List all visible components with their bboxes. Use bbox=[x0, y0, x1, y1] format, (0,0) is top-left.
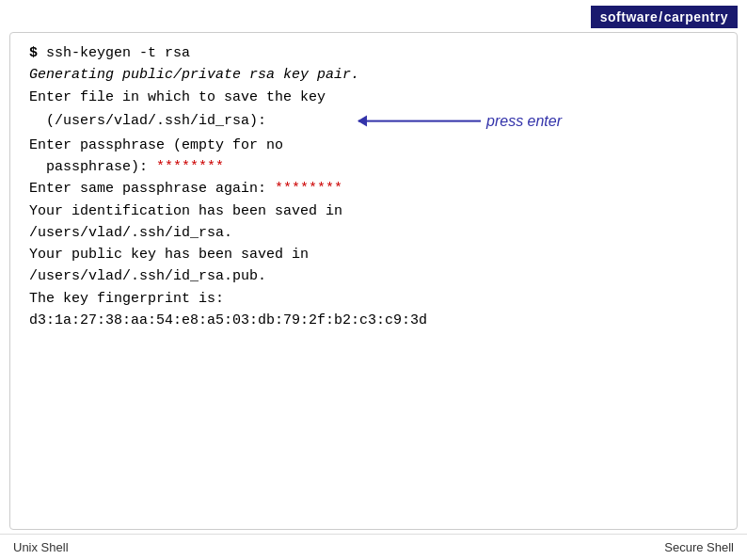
pub-path: /users/vlad/.ssh/id_rsa.pub. bbox=[29, 268, 266, 284]
terminal-line-9: /users/vlad/.ssh/id_rsa. bbox=[29, 222, 718, 244]
terminal-line-12: The key fingerprint is: bbox=[29, 288, 718, 310]
public-key-text: Your public key has been saved in bbox=[29, 247, 309, 263]
page-wrapper: software/carpentry $ ssh-keygen -t rsa G… bbox=[0, 0, 747, 560]
arrow-head bbox=[358, 116, 367, 127]
prompt-command: ssh-keygen -t rsa bbox=[38, 45, 190, 61]
id-rsa-path: /users/vlad/.ssh/id_rsa. bbox=[29, 225, 232, 241]
enter-file-text: Enter file in which to save the key bbox=[29, 89, 326, 105]
terminal-line-3: Enter file in which to save the key bbox=[29, 87, 718, 108]
fingerprint-value: d3:1a:27:38:aa:54:e8:a5:03:db:79:2f:b2:c… bbox=[29, 312, 427, 328]
passphrase-asterisks: ******** bbox=[156, 159, 224, 175]
footer-left: Unix Shell bbox=[13, 540, 69, 554]
logo-carpentry: carpentry bbox=[664, 9, 728, 24]
same-passphrase-asterisks: ******** bbox=[275, 181, 342, 197]
terminal-line-7: Enter same passphrase again: ******** bbox=[29, 178, 718, 200]
terminal-line-2: Generating public/private rsa key pair. bbox=[29, 64, 718, 86]
terminal-block: $ ssh-keygen -t rsa Generating public/pr… bbox=[29, 42, 718, 331]
terminal-line-1: $ ssh-keygen -t rsa bbox=[29, 42, 718, 64]
passphrase-text: Enter passphrase (empty for no bbox=[29, 137, 283, 153]
terminal-line-6: passphrase): ******** bbox=[29, 156, 718, 178]
terminal-line-13: d3:1a:27:38:aa:54:e8:a5:03:db:79:2f:b2:c… bbox=[29, 310, 718, 331]
fingerprint-label: The key fingerprint is: bbox=[29, 291, 224, 307]
prompt-dollar: $ bbox=[29, 45, 38, 61]
logo-text: software/carpentry bbox=[600, 9, 728, 24]
footer: Unix Shell Secure Shell bbox=[0, 534, 747, 560]
logo-box: software/carpentry bbox=[591, 6, 738, 28]
footer-right: Secure Shell bbox=[664, 540, 734, 554]
logo-separator: / bbox=[659, 9, 662, 24]
passphrase-indent: passphrase): bbox=[29, 159, 156, 175]
terminal-line-10: Your public key has been saved in bbox=[29, 244, 718, 265]
same-passphrase-prefix: Enter same passphrase again: bbox=[29, 181, 275, 197]
terminal-line-8: Your identification has been saved in bbox=[29, 200, 718, 222]
terminal-line-4-row: (/users/vlad/.ssh/id_rsa): press enter bbox=[29, 108, 718, 135]
arrow-line bbox=[358, 120, 481, 122]
press-enter-label: press enter bbox=[486, 109, 562, 133]
arrow-annotation: press enter bbox=[358, 109, 562, 133]
identification-text: Your identification has been saved in bbox=[29, 203, 342, 219]
generating-text: Generating public/private rsa key pair. bbox=[29, 67, 359, 83]
terminal-line-11: /users/vlad/.ssh/id_rsa.pub. bbox=[29, 265, 718, 287]
header: software/carpentry bbox=[0, 0, 747, 32]
terminal-line-5: Enter passphrase (empty for no bbox=[29, 135, 718, 156]
main-content: $ ssh-keygen -t rsa Generating public/pr… bbox=[9, 32, 738, 530]
logo-software: software bbox=[600, 9, 659, 24]
terminal-line-4: (/users/vlad/.ssh/id_rsa): bbox=[29, 110, 266, 132]
